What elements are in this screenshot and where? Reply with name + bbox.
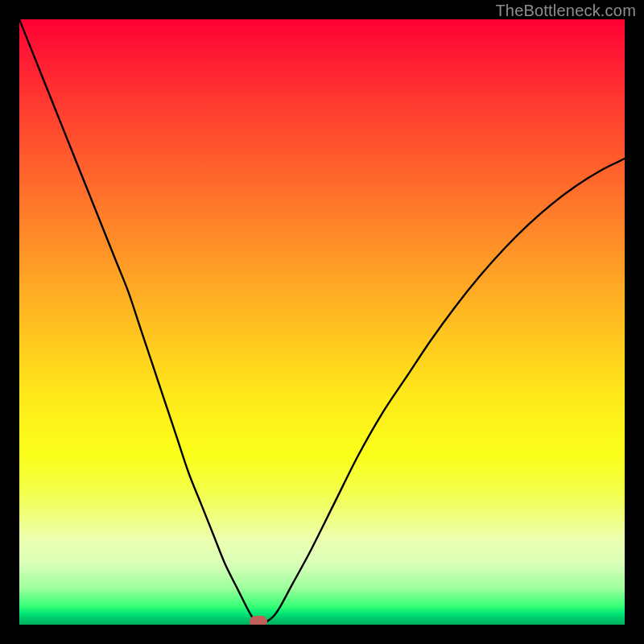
bottleneck-curve <box>19 19 625 625</box>
optimal-point-marker <box>250 616 267 625</box>
watermark-text: TheBottleneck.com <box>495 2 636 20</box>
chart-frame: TheBottleneck.com <box>0 0 644 644</box>
plot-area <box>19 19 625 625</box>
